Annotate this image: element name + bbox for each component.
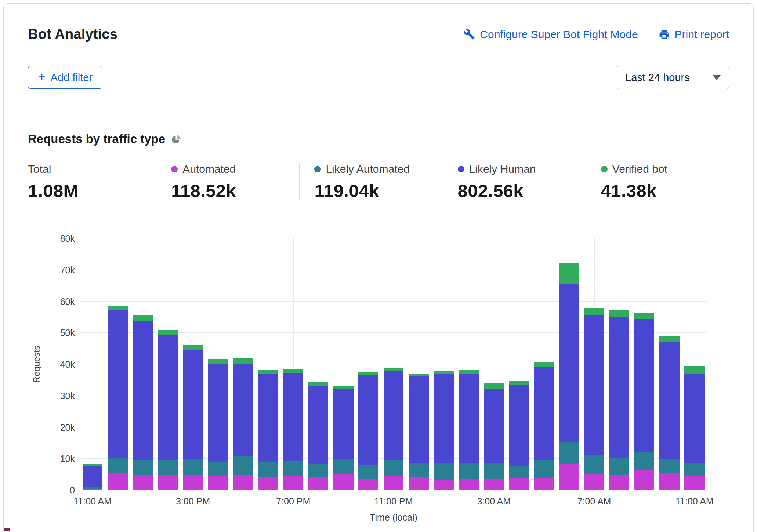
- stacked-bar[interactable]: [609, 238, 629, 490]
- bar-segment-automated: [308, 477, 329, 490]
- bar-slot: [431, 238, 456, 490]
- configure-link-label: Configure Super Bot Fight Mode: [480, 28, 638, 41]
- bar-slot: [331, 238, 356, 490]
- stacked-bar[interactable]: [509, 238, 529, 490]
- x-tick-label: 11:00 AM: [675, 496, 714, 507]
- stacked-bar[interactable]: [158, 238, 178, 490]
- bar-slot: [155, 238, 180, 490]
- bar-segment-likely-human: [634, 319, 655, 452]
- bar-slot: [456, 238, 481, 490]
- bar-segment-verified-bot: [459, 370, 479, 373]
- bar-segment-automated: [158, 475, 178, 490]
- header-divider: [4, 103, 753, 103]
- stacked-bar[interactable]: [258, 238, 278, 490]
- bar-segment-automated: [83, 489, 103, 490]
- section-title: Requests by traffic type: [28, 132, 165, 146]
- stat-label: Verified bot: [612, 163, 667, 175]
- stacked-bar[interactable]: [384, 238, 404, 490]
- stat-value: 118.52k: [171, 181, 299, 200]
- bar-segment-likely-human: [459, 374, 479, 463]
- bar-slot: [206, 238, 231, 490]
- y-tick-label: 60k: [60, 297, 75, 306]
- y-tick-label: 40k: [60, 360, 75, 369]
- bar-segment-likely-human: [409, 376, 429, 463]
- stacked-bar[interactable]: [534, 238, 554, 490]
- bar-segment-likely-human: [384, 371, 404, 460]
- bar-segment-likely-automated: [158, 460, 178, 475]
- stacked-bar[interactable]: [83, 238, 103, 490]
- bar-segment-likely-automated: [684, 463, 705, 475]
- bar-segment-verified-bot: [183, 345, 203, 350]
- stat-automated: Automated118.52k: [156, 163, 299, 200]
- x-tick-label: 7:00 AM: [577, 496, 611, 507]
- bar-segment-automated: [559, 464, 579, 490]
- bar-segment-likely-automated: [509, 466, 529, 478]
- plot-area: 11:00 AM3:00 PM7:00 PM11:00 PM3:00 AM7:0…: [80, 238, 707, 490]
- stacked-bar[interactable]: [233, 238, 253, 490]
- bar-segment-verified-bot: [358, 372, 378, 375]
- stacked-bar[interactable]: [108, 238, 128, 490]
- stacked-bar[interactable]: [283, 238, 303, 490]
- bar-segment-automated: [659, 473, 680, 490]
- stacked-bar[interactable]: [659, 238, 680, 490]
- bar-segment-likely-automated: [308, 464, 329, 477]
- bar-segment-automated: [509, 478, 529, 490]
- bar-segment-likely-human: [133, 321, 153, 461]
- bar-segment-automated: [409, 477, 429, 490]
- bar-segment-likely-automated: [459, 463, 479, 479]
- stat-label: Likely Automated: [326, 163, 409, 175]
- bar-slot: [532, 238, 557, 490]
- bar-segment-likely-human: [233, 364, 253, 456]
- bar-segment-likely-automated: [183, 459, 203, 475]
- requests-section: Requests by traffic type Total1.08MAutom…: [4, 132, 753, 522]
- stacked-bar[interactable]: [559, 238, 579, 490]
- stat-value: 802.56k: [458, 181, 586, 200]
- configure-super-bot-fight-mode-link[interactable]: Configure Super Bot Fight Mode: [464, 28, 638, 41]
- stacked-bar[interactable]: [333, 238, 354, 490]
- stacked-bar[interactable]: [208, 238, 228, 490]
- bar-segment-automated: [684, 476, 705, 490]
- y-axis-ticks: 010k20k30k40k50k60k70k80k: [28, 238, 75, 490]
- add-filter-button[interactable]: + Add filter: [28, 66, 102, 89]
- x-tick-label: 3:00 PM: [176, 496, 210, 507]
- print-report-link[interactable]: Print report: [659, 28, 729, 41]
- time-range-value: Last 24 hours: [625, 72, 690, 84]
- stacked-bar[interactable]: [133, 238, 153, 490]
- stacked-bar[interactable]: [409, 238, 429, 490]
- bar-slot: [406, 238, 431, 490]
- time-range-select[interactable]: Last 24 hours: [617, 66, 729, 89]
- stacked-bar[interactable]: [634, 238, 655, 490]
- bar-segment-verified-bot: [133, 315, 153, 321]
- bar-segment-automated: [208, 476, 228, 490]
- bar-segment-likely-automated: [258, 462, 278, 477]
- pie-chart-icon: [171, 134, 181, 144]
- bar-segment-verified-bot: [584, 308, 604, 314]
- bar-segment-likely-human: [609, 317, 629, 457]
- bar-segment-likely-human: [509, 385, 529, 466]
- bar-segment-verified-bot: [233, 358, 253, 364]
- bar-slot: [657, 238, 682, 490]
- y-tick-label: 20k: [60, 423, 75, 432]
- bar-segment-likely-human: [308, 386, 329, 464]
- stacked-bar[interactable]: [684, 238, 705, 490]
- bar-segment-likely-automated: [659, 459, 680, 473]
- stacked-bar[interactable]: [459, 238, 479, 490]
- bar-segment-automated: [133, 475, 153, 490]
- stacked-bar[interactable]: [308, 238, 329, 490]
- bar-segment-likely-automated: [434, 463, 454, 480]
- stacked-bar[interactable]: [434, 238, 454, 490]
- stacked-bar[interactable]: [183, 238, 203, 490]
- x-tick-label: 11:00 PM: [374, 496, 413, 507]
- chevron-down-icon: [713, 75, 721, 80]
- bar-segment-likely-human: [434, 374, 454, 464]
- stacked-bar[interactable]: [584, 238, 604, 490]
- bars-layer: [80, 238, 707, 490]
- bar-segment-verified-bot: [484, 383, 504, 389]
- bar-slot: [105, 238, 130, 490]
- stat-total: Total1.08M: [28, 163, 156, 200]
- bar-segment-verified-bot: [158, 330, 178, 335]
- stacked-bar[interactable]: [484, 238, 504, 490]
- stacked-bar[interactable]: [358, 238, 378, 490]
- bar-slot: [80, 238, 105, 490]
- clipped-next-chart-fragment: [4, 528, 10, 531]
